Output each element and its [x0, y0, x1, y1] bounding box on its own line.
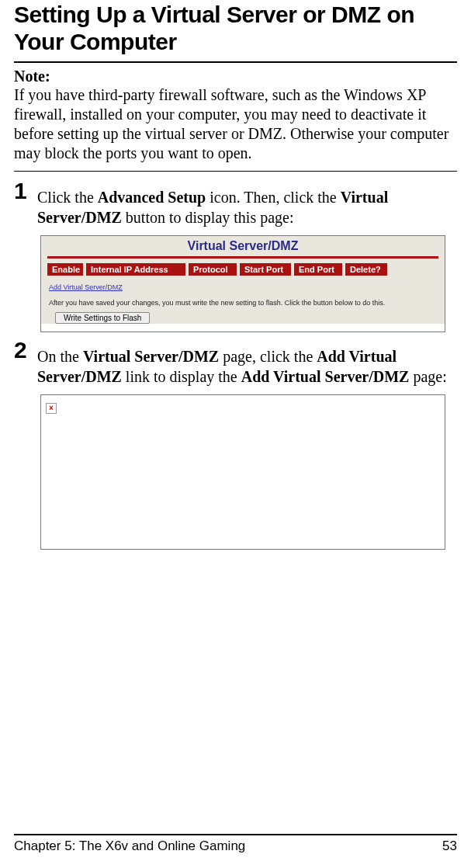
- col-delete: Delete?: [345, 263, 387, 276]
- steps-list: 1 Click the Advanced Setup icon. Then, c…: [14, 184, 457, 550]
- col-end-port: End Port: [294, 263, 342, 276]
- figure-1-header-row: Enable Internal IP Address Protocol Star…: [47, 263, 438, 276]
- page: Setting Up a Virtual Server or DMZ on Yo…: [0, 0, 471, 868]
- step-2: 2 On the Virtual Server/DMZ page, click …: [14, 343, 457, 387]
- figure-1-divider: [47, 256, 438, 259]
- note-body: If you have third-party firewall softwar…: [14, 86, 448, 161]
- figure-add-virtual-server: ×: [40, 394, 445, 550]
- col-protocol: Protocol: [189, 263, 237, 276]
- title-rule: [14, 61, 457, 63]
- add-virtual-server-link[interactable]: Add Virtual Server/DMZ: [49, 283, 123, 291]
- figure-1-subtext: After you have saved your changes, you m…: [49, 299, 437, 307]
- note-heading: Note:: [14, 68, 50, 85]
- footer-row: Chapter 5: The X6v and Online Gaming 53: [14, 838, 457, 854]
- col-internal-ip: Internal IP Address: [86, 263, 185, 276]
- step-2-text: On the Virtual Server/DMZ page, click th…: [37, 343, 457, 387]
- broken-image-icon: ×: [46, 403, 57, 414]
- note-rule: [14, 171, 457, 172]
- page-title: Setting Up a Virtual Server or DMZ on Yo…: [14, 0, 457, 55]
- col-enable: Enable: [47, 263, 83, 276]
- figure-2-panel: ×: [41, 395, 445, 418]
- figure-1-panel: Virtual Server/DMZ Enable Internal IP Ad…: [41, 236, 445, 324]
- col-start-port: Start Port: [240, 263, 291, 276]
- step-1-text: Click the Advanced Setup icon. Then, cli…: [37, 184, 457, 227]
- note-block: Note: If you have third-party firewall s…: [14, 68, 457, 163]
- page-footer: Chapter 5: The X6v and Online Gaming 53: [14, 834, 457, 854]
- footer-page-number: 53: [442, 838, 457, 854]
- figure-virtual-server-dmz: Virtual Server/DMZ Enable Internal IP Ad…: [40, 235, 445, 332]
- step-number: 1: [14, 178, 27, 204]
- footer-chapter: Chapter 5: The X6v and Online Gaming: [14, 838, 245, 854]
- figure-1-title: Virtual Server/DMZ: [41, 236, 445, 256]
- step-number: 2: [14, 337, 27, 363]
- step-1: 1 Click the Advanced Setup icon. Then, c…: [14, 184, 457, 227]
- footer-rule: [14, 834, 457, 835]
- figure-1-button-wrap: Write Settings to Flash: [55, 310, 445, 324]
- write-settings-button[interactable]: Write Settings to Flash: [55, 312, 150, 324]
